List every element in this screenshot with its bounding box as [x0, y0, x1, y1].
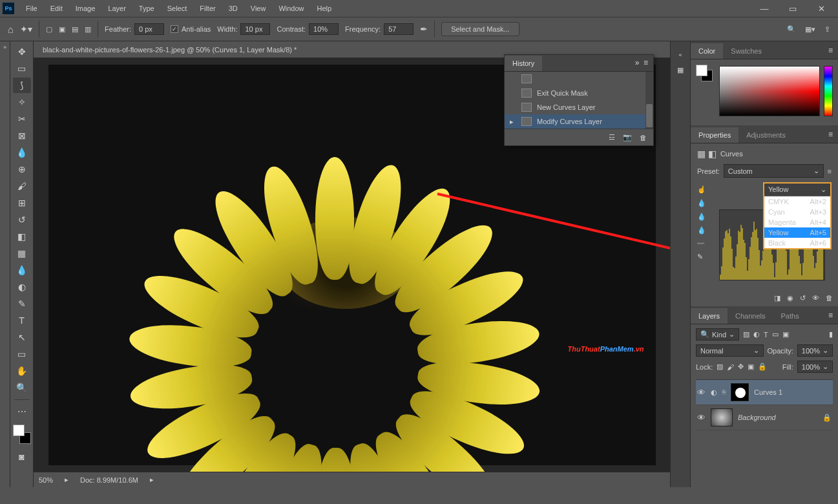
antialias-checkbox[interactable]: ✓	[171, 25, 178, 33]
history-item[interactable]: ▸Modify Curves Layer	[505, 114, 653, 129]
history-item[interactable]: Exit Quick Mask	[505, 86, 653, 100]
dropdown-item-cyan[interactable]: CyanAlt+3	[764, 207, 830, 217]
expand-icon[interactable]: «	[678, 52, 682, 58]
magic-wand-tool-icon[interactable]: ✧	[13, 94, 31, 110]
layer-item[interactable]: 👁 ◐ ⎘ Curves 1	[696, 380, 833, 405]
menu-view[interactable]: View	[244, 2, 273, 15]
clone-stamp-tool-icon[interactable]: ⊞	[13, 195, 31, 211]
new-selection-icon[interactable]: ▢	[46, 25, 52, 34]
filter-shape-icon[interactable]: ▭	[772, 330, 779, 339]
lock-transparency-icon[interactable]: ▨	[717, 362, 723, 371]
lock-all-icon[interactable]: 🔒	[758, 362, 767, 371]
layer-thumbnail[interactable]	[711, 408, 733, 426]
foreground-swatch[interactable]	[696, 65, 707, 76]
home-icon[interactable]: ⌂	[8, 24, 14, 35]
layer-item[interactable]: 👁 Background 🔒	[696, 405, 833, 430]
foreground-color-swatch[interactable]	[13, 425, 25, 436]
tab-channels[interactable]: Channels	[728, 308, 773, 324]
zoom-tool-icon[interactable]: 🔍	[13, 380, 31, 395]
contrast-input[interactable]	[309, 23, 339, 35]
panel-menu-icon[interactable]: ≡	[828, 167, 832, 175]
visibility-icon[interactable]: 👁	[697, 388, 706, 397]
dropdown-item-yellow[interactable]: YellowAlt+5	[764, 227, 830, 238]
dodge-tool-icon[interactable]: ◐	[13, 279, 31, 295]
collapse-icon[interactable]: » ≡	[630, 54, 653, 71]
eyedropper-tool-icon[interactable]: 💧	[13, 145, 31, 160]
blend-mode-select[interactable]: Normal⌄	[696, 344, 764, 357]
chevron-right-icon[interactable]: ▸	[65, 476, 68, 484]
preset-select[interactable]: Custom⌄	[724, 164, 824, 178]
history-item[interactable]	[505, 72, 653, 86]
filter-type-icon[interactable]: T	[764, 331, 768, 339]
hue-slider[interactable]	[824, 66, 833, 116]
tab-adjustments[interactable]: Adjustments	[738, 127, 793, 143]
white-point-eyedropper-icon[interactable]: 💧	[697, 226, 706, 235]
menu-help[interactable]: Help	[311, 2, 339, 15]
menu-image[interactable]: Image	[69, 2, 102, 15]
channel-dropdown[interactable]: Yellow⌄ CMYKAlt+2 CyanAlt+3 MagentaAlt+4…	[763, 182, 832, 249]
arrange-documents-icon[interactable]: ▦▾	[805, 25, 815, 34]
move-tool-icon[interactable]: ✥	[13, 44, 31, 59]
tab-color[interactable]: Color	[691, 43, 723, 59]
color-swatches[interactable]	[13, 425, 31, 444]
hand-tool-icon[interactable]: ✋	[13, 363, 31, 379]
add-selection-icon[interactable]: ▣	[59, 25, 65, 34]
frequency-input[interactable]	[384, 23, 414, 35]
menu-select[interactable]: Select	[161, 2, 194, 15]
width-input[interactable]	[240, 23, 270, 35]
tab-history[interactable]: History	[505, 56, 542, 71]
menu-filter[interactable]: Filter	[193, 2, 222, 15]
lock-position-icon[interactable]: ✥	[738, 362, 744, 371]
frame-tool-icon[interactable]: ⊠	[13, 128, 31, 143]
panel-menu-icon[interactable]: ≡	[823, 42, 838, 59]
curve-edit-icon[interactable]: 〰	[697, 240, 706, 247]
visibility-icon[interactable]: 👁	[812, 294, 819, 302]
pencil-edit-icon[interactable]: ✎	[697, 253, 706, 261]
history-brush-tool-icon[interactable]: ↺	[13, 212, 31, 227]
snapshot-icon[interactable]: 📷	[623, 133, 632, 142]
feather-input[interactable]	[134, 23, 164, 35]
menu-window[interactable]: Window	[272, 2, 310, 15]
edit-toolbar-icon[interactable]: ⋯	[13, 404, 31, 419]
layer-mask-thumbnail[interactable]	[731, 383, 749, 401]
new-document-from-state-icon[interactable]: ☲	[609, 133, 615, 142]
collapse-strip[interactable]: »	[0, 41, 10, 487]
search-icon[interactable]: 🔍	[787, 25, 796, 34]
share-icon[interactable]: ⇪	[824, 25, 830, 34]
layer-name[interactable]: Curves 1	[754, 388, 782, 396]
color-spectrum[interactable]	[719, 66, 820, 116]
lock-artboard-icon[interactable]: ▣	[748, 362, 754, 371]
brush-tool-icon[interactable]: 🖌	[13, 178, 31, 194]
opacity-input[interactable]: 100% ⌄	[797, 344, 833, 357]
tab-paths[interactable]: Paths	[773, 308, 807, 324]
panel-icon[interactable]: ▦	[677, 66, 684, 74]
black-point-eyedropper-icon[interactable]: 💧	[697, 199, 706, 207]
scrollbar[interactable]	[645, 72, 653, 129]
menu-layer[interactable]: Layer	[101, 2, 132, 15]
marquee-tool-icon[interactable]: ▭	[13, 61, 31, 76]
menu-3d[interactable]: 3D	[222, 2, 244, 15]
menu-file[interactable]: File	[19, 2, 44, 15]
channel-select[interactable]: Yellow⌄	[764, 184, 830, 196]
filter-smart-icon[interactable]: ▣	[782, 330, 789, 339]
pen-tool-icon[interactable]: ✎	[13, 296, 31, 311]
tab-swatches[interactable]: Swatches	[723, 43, 770, 59]
dropdown-item-cmyk[interactable]: CMYKAlt+2	[764, 196, 830, 207]
reset-icon[interactable]: ↺	[800, 294, 806, 302]
eraser-tool-icon[interactable]: ◧	[13, 229, 31, 244]
close-button[interactable]: ✕	[807, 0, 835, 17]
clip-to-layer-icon[interactable]: ◨	[774, 294, 780, 302]
visibility-icon[interactable]: 👁	[697, 413, 706, 423]
blur-tool-icon[interactable]: 💧	[13, 262, 31, 278]
zoom-level[interactable]: 50%	[39, 476, 53, 484]
menu-type[interactable]: Type	[132, 2, 161, 15]
dropdown-item-black[interactable]: BlackAlt+6	[764, 238, 830, 248]
select-and-mask-button[interactable]: Select and Mask...	[441, 22, 519, 36]
filter-adjustment-icon[interactable]: ◐	[753, 330, 760, 339]
path-selection-tool-icon[interactable]: ↖	[13, 330, 31, 345]
pen-pressure-icon[interactable]: ✒	[420, 24, 428, 34]
type-tool-icon[interactable]: T	[13, 313, 31, 328]
color-swatch-pair[interactable]	[696, 65, 713, 81]
chevron-right-icon[interactable]: ▸	[150, 476, 154, 484]
antialias-field[interactable]: ✓ Anti-alias	[171, 25, 211, 33]
